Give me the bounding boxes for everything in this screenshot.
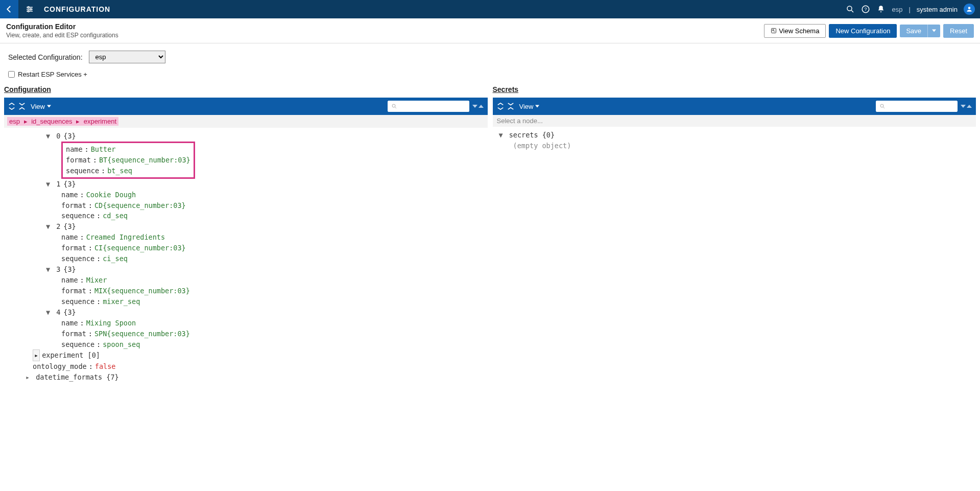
empty-object-label: (empty object) (499, 141, 973, 151)
configuration-panel-title: Configuration (4, 85, 488, 93)
svg-line-17 (395, 107, 396, 109)
view-label: View (519, 103, 534, 110)
svg-point-10 (968, 7, 971, 9)
svg-line-22 (883, 107, 885, 109)
tree-value[interactable]: CD{sequence_number:03} (94, 201, 186, 209)
svg-marker-24 (967, 105, 972, 108)
search-prev-icon[interactable] (472, 103, 477, 110)
selected-config-select[interactable]: esp (89, 51, 165, 63)
editor-title: Configuration Editor (6, 22, 764, 31)
breadcrumb-1[interactable]: id_sequences (31, 118, 72, 125)
svg-marker-19 (479, 105, 484, 108)
restart-esp-checkbox[interactable] (8, 71, 15, 78)
svg-point-6 (847, 6, 852, 11)
view-label: View (31, 103, 45, 110)
toggle-icon[interactable]: ▸ (33, 349, 40, 361)
svg-point-12 (773, 30, 774, 31)
tree-value[interactable]: BT{sequence_number:03} (99, 156, 190, 164)
svg-point-5 (28, 10, 29, 12)
tree-value[interactable]: cd_seq (103, 212, 128, 220)
secrets-search-input[interactable] (876, 101, 958, 112)
tree-value[interactable]: MIX{sequence_number:03} (94, 287, 190, 295)
toggle-icon[interactable]: ▼ (46, 131, 52, 142)
collapse-icon[interactable] (497, 103, 504, 110)
user-name[interactable]: system admin (917, 6, 958, 13)
svg-marker-15 (47, 105, 51, 108)
back-button[interactable] (0, 0, 18, 18)
breadcrumb-0[interactable]: esp (9, 118, 20, 125)
chevron-right-icon: ▸ (76, 118, 80, 125)
expand-icon[interactable] (507, 103, 514, 110)
tree-value[interactable]: spoon_seq (103, 340, 140, 348)
secrets-tree: ▼ secrets {0} (empty object) (493, 127, 976, 154)
secrets-panel-title: Secrets (493, 85, 976, 93)
toggle-icon[interactable]: ▼ (46, 179, 52, 190)
expand-icon[interactable] (18, 103, 26, 110)
select-node-placeholder: Select a node... (493, 115, 976, 127)
config-tree: ▼ 0{3} name:Butter format:BT{sequence_nu… (4, 128, 488, 386)
save-label: Save (906, 27, 921, 35)
config-tune-icon (20, 0, 39, 18)
tree-value[interactable]: SPN{sequence_number:03} (94, 330, 190, 338)
page-title: CONFIGURATION (44, 5, 110, 13)
new-config-label: New Configuration (835, 27, 890, 35)
svg-marker-20 (535, 105, 539, 108)
tree-value[interactable]: Mixing Spoon (86, 319, 136, 327)
svg-marker-14 (932, 30, 936, 32)
svg-point-21 (880, 104, 883, 107)
svg-point-3 (28, 7, 29, 8)
tree-value[interactable]: Creamed Ingredients (86, 233, 165, 241)
divider: | (909, 6, 910, 13)
collapse-icon[interactable] (8, 103, 15, 110)
breadcrumb-2[interactable]: experiment (84, 118, 116, 125)
toggle-icon[interactable]: ▼ (46, 264, 52, 275)
selected-config-label: Selected Configuration: (8, 53, 83, 61)
view-schema-button[interactable]: View Schema (764, 24, 826, 38)
tree-value[interactable]: ci_seq (103, 254, 128, 263)
tree-value[interactable]: Butter (91, 145, 116, 153)
search-next-icon[interactable] (479, 103, 484, 110)
toggle-icon[interactable]: ▼ (46, 307, 52, 318)
tree-value[interactable]: Mixer (86, 276, 107, 284)
tree-value[interactable]: bt_seq (107, 167, 132, 175)
svg-marker-23 (961, 105, 966, 108)
svg-line-13 (774, 31, 775, 32)
breadcrumb: esp ▸ id_sequences ▸ experiment (4, 115, 488, 128)
restart-esp-label: Restart ESP Services + (18, 71, 87, 78)
tree-value[interactable]: mixer_seq (103, 297, 140, 306)
svg-point-16 (392, 104, 395, 107)
toggle-icon[interactable]: ▼ (499, 130, 505, 141)
toggle-icon[interactable]: ▸ (26, 372, 32, 383)
svg-text:?: ? (865, 7, 867, 12)
svg-point-4 (30, 9, 32, 10)
save-dropdown[interactable] (927, 25, 940, 37)
help-icon[interactable]: ? (861, 5, 870, 14)
search-prev-icon[interactable] (961, 103, 966, 110)
view-menu[interactable]: View (519, 103, 540, 110)
save-button[interactable]: Save (900, 25, 927, 37)
view-menu[interactable]: View (31, 103, 51, 110)
reset-label: Reset (950, 27, 967, 35)
search-icon[interactable] (846, 5, 855, 14)
toggle-icon[interactable]: ▼ (46, 221, 52, 232)
tree-value[interactable]: Cookie Dough (86, 191, 136, 199)
search-next-icon[interactable] (967, 103, 972, 110)
highlight-box: name:Butter format:BT{sequence_number:03… (61, 142, 195, 179)
svg-marker-18 (472, 105, 477, 108)
svg-line-7 (852, 10, 854, 12)
avatar[interactable] (964, 4, 975, 15)
editor-subtitle: View, create, and edit ESP configuration… (6, 32, 764, 39)
reset-button[interactable]: Reset (943, 24, 974, 38)
tree-value[interactable]: CI{sequence_number:03} (94, 244, 186, 252)
new-configuration-button[interactable]: New Configuration (829, 24, 897, 38)
config-search-input[interactable] (388, 101, 469, 112)
view-schema-label: View Schema (779, 27, 819, 35)
tenant-label: esp (892, 6, 902, 13)
bell-icon[interactable] (876, 5, 886, 14)
chevron-right-icon: ▸ (24, 118, 28, 125)
tree-value[interactable]: false (95, 362, 116, 370)
